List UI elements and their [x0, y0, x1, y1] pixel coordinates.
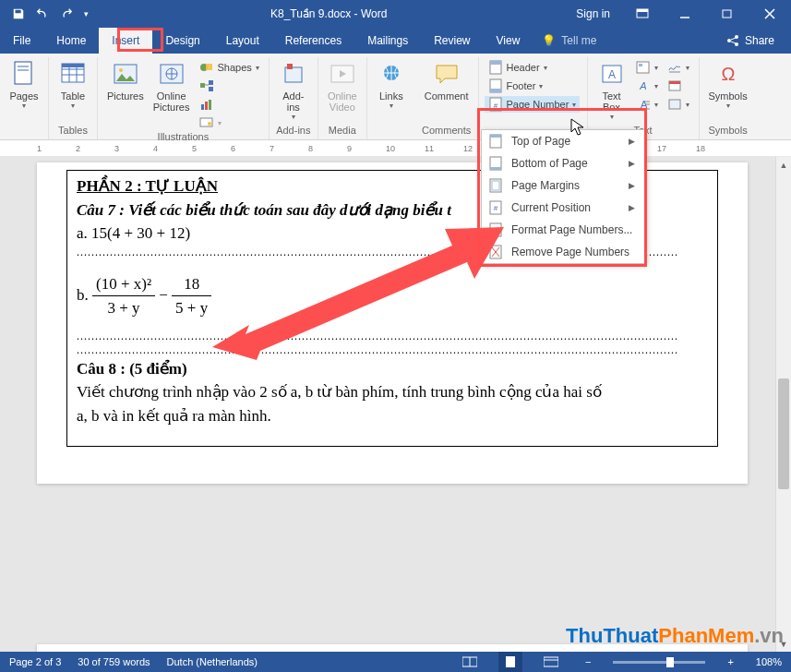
redo-icon[interactable]: [55, 3, 78, 25]
share-button[interactable]: Share: [710, 28, 791, 54]
zoom-out-button[interactable]: −: [580, 656, 596, 667]
minus-sign: −: [159, 285, 172, 303]
tab-review[interactable]: Review: [421, 28, 483, 54]
status-page[interactable]: Page 2 of 3: [9, 656, 61, 667]
tell-me-search[interactable]: 💡 Tell me: [533, 28, 605, 54]
menu-top-of-page[interactable]: Top of Page▶: [482, 130, 644, 152]
menu-remove-page-numbers[interactable]: Remove Page Numbers: [482, 241, 644, 263]
comment-button[interactable]: Comment: [421, 57, 473, 103]
table-label: Table: [61, 90, 85, 102]
chart-button[interactable]: [196, 96, 263, 113]
page-number-button[interactable]: #Page Number▾: [485, 96, 581, 113]
watermark-part2: PhanMem: [658, 624, 754, 647]
svg-rect-26: [205, 102, 208, 110]
online-video-button[interactable]: Online Video: [324, 57, 361, 114]
online-pictures-icon: [157, 59, 186, 89]
links-button[interactable]: Links ▾: [373, 57, 410, 112]
save-icon[interactable]: [7, 3, 30, 25]
tab-file[interactable]: File: [0, 28, 43, 54]
vertical-scrollbar[interactable]: ▲ ▼: [775, 157, 791, 652]
svg-rect-30: [285, 67, 302, 82]
menu-current-position[interactable]: #Current Position▶: [482, 197, 644, 219]
undo-icon[interactable]: [31, 3, 54, 25]
pictures-button[interactable]: Pictures: [103, 57, 148, 103]
read-mode-icon[interactable]: [458, 652, 482, 672]
footer-button[interactable]: Footer▾: [485, 78, 581, 94]
zoom-thumb[interactable]: [666, 657, 674, 667]
textbox-label: Text Box: [602, 90, 620, 113]
pages-button[interactable]: Pages ▾: [6, 57, 42, 112]
shapes-icon: [199, 60, 214, 75]
ribbon-display-icon[interactable]: [621, 0, 664, 28]
group-media: Online Video Media: [318, 57, 367, 139]
bulb-icon: 💡: [542, 34, 556, 47]
text-box-button[interactable]: A Text Box ▾: [593, 57, 630, 123]
tab-mailings[interactable]: Mailings: [354, 28, 421, 54]
horizontal-ruler[interactable]: 123456789101112131415161718: [0, 140, 791, 157]
format-numbers-icon: 1: [487, 222, 504, 238]
close-icon[interactable]: [749, 0, 791, 28]
scroll-thumb[interactable]: [778, 378, 789, 489]
svg-rect-15: [62, 64, 84, 67]
tab-insert[interactable]: Insert: [99, 28, 152, 54]
status-language[interactable]: Dutch (Netherlands): [167, 656, 258, 667]
signature-line-button[interactable]: ▾: [664, 59, 693, 76]
svg-point-17: [119, 68, 123, 72]
online-pictures-button[interactable]: Online Pictures: [150, 57, 194, 114]
scroll-up-icon[interactable]: ▲: [776, 157, 791, 173]
tab-view[interactable]: View: [484, 28, 533, 54]
svg-rect-55: [490, 135, 501, 138]
screenshot-button[interactable]: ▾: [196, 114, 263, 131]
pictures-label: Pictures: [107, 90, 144, 102]
zoom-in-button[interactable]: +: [722, 656, 738, 667]
drop-cap-button[interactable]: A▾: [632, 96, 662, 113]
submenu-arrow-icon: ▶: [629, 181, 635, 190]
maximize-icon[interactable]: [706, 0, 749, 28]
symbols-button[interactable]: Ω Symbols ▾: [705, 57, 751, 112]
sign-in-link[interactable]: Sign in: [565, 7, 621, 20]
header-button[interactable]: Header▾: [485, 59, 581, 76]
quick-parts-icon: [636, 60, 651, 75]
quick-parts-button[interactable]: ▾: [632, 59, 662, 76]
submenu-arrow-icon: ▶: [629, 203, 635, 212]
print-layout-icon[interactable]: [498, 652, 522, 672]
wordart-button[interactable]: A▾: [632, 78, 662, 94]
page-number-icon: #: [488, 97, 503, 112]
page-margins-icon: [487, 177, 504, 194]
menu-page-margins[interactable]: Page Margins▶: [482, 174, 644, 197]
wordart-icon: A: [636, 78, 651, 93]
addins-button[interactable]: Add- ins ▾: [275, 57, 312, 123]
quick-access-toolbar: ▾: [0, 3, 92, 25]
menu-format-page-numbers[interactable]: 1Format Page Numbers...: [482, 219, 644, 241]
tab-design[interactable]: Design: [152, 28, 212, 54]
svg-text:#: #: [493, 102, 497, 110]
table-button[interactable]: Table ▾: [54, 57, 91, 112]
ribbon: Pages ▾ Pages Table ▾ Tables Pictures On…: [0, 54, 791, 140]
drop-cap-icon: A: [636, 97, 651, 112]
online-pictures-label: Online Pictures: [153, 90, 190, 113]
group-symbols: Ω Symbols ▾ Symbols: [700, 57, 757, 139]
status-words[interactable]: 30 of 759 words: [78, 656, 150, 667]
svg-rect-37: [490, 89, 501, 92]
date-time-button[interactable]: [664, 78, 693, 94]
svg-rect-27: [209, 100, 211, 110]
minimize-icon[interactable]: [664, 0, 706, 28]
object-button[interactable]: ▾: [664, 96, 693, 113]
web-layout-icon[interactable]: [539, 652, 563, 672]
zoom-slider[interactable]: [613, 661, 705, 664]
tab-references[interactable]: References: [272, 28, 354, 54]
svg-rect-51: [669, 81, 680, 84]
watermark: ThuThuatPhanMem.vn: [566, 624, 784, 648]
qat-dropdown-icon[interactable]: ▾: [79, 3, 92, 25]
submenu-arrow-icon: ▶: [629, 137, 635, 146]
tab-home[interactable]: Home: [43, 28, 99, 54]
shapes-button[interactable]: Shapes▾: [196, 59, 263, 76]
menu-current-label: Current Position: [511, 201, 591, 214]
smartart-button[interactable]: [196, 78, 263, 94]
document-area: PHẦN 2 : TỰ LUẬN Câu 7 : Viết các biểu t…: [0, 157, 791, 652]
tab-layout[interactable]: Layout: [213, 28, 272, 54]
group-header-footer: Header▾ Footer▾ #Page Number▾ Header & F…: [479, 57, 588, 139]
menu-bottom-of-page[interactable]: Bottom of Page▶: [482, 152, 644, 174]
svg-text:1: 1: [494, 227, 497, 234]
zoom-level[interactable]: 108%: [756, 656, 782, 667]
